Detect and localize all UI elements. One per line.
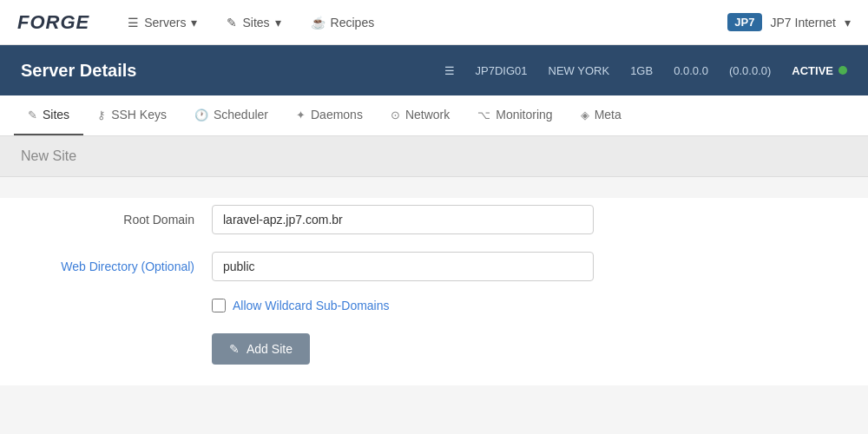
- user-badge: JP7: [727, 13, 761, 31]
- meta-tab-label: Meta: [595, 108, 621, 122]
- web-dir-label: Web Directory (Optional): [21, 260, 212, 273]
- daemons-tab-icon: ✦: [296, 108, 306, 122]
- wildcard-label: Allow Wildcard Sub-Domains: [233, 299, 390, 312]
- server-ip2: (0.0.0.0): [729, 64, 771, 77]
- new-site-form: Root Domain Web Directory (Optional) All…: [0, 198, 868, 385]
- server-header: Server Details ☰ JP7DIG01 NEW YORK 1GB 0…: [0, 45, 868, 95]
- daemons-tab-label: Daemons: [311, 108, 363, 122]
- add-site-icon: ✎: [229, 342, 240, 356]
- recipes-icon: ☕: [311, 16, 326, 30]
- top-nav: FORGE ☰ Servers ▾ ✎ Sites ▾ ☕ Recipes JP…: [0, 0, 868, 45]
- add-site-button[interactable]: ✎ Add Site: [212, 333, 310, 365]
- scheduler-tab-icon: 🕐: [194, 108, 208, 122]
- tab-network[interactable]: ⊙ Network: [377, 95, 464, 135]
- sites-icon: ✎: [227, 16, 237, 30]
- nav-sites[interactable]: ✎ Sites ▾: [214, 9, 293, 36]
- new-site-heading: New Site: [0, 136, 868, 177]
- scheduler-tab-label: Scheduler: [214, 108, 268, 122]
- nav-servers[interactable]: ☰ Servers ▾: [115, 9, 209, 36]
- network-tab-label: Network: [405, 108, 450, 122]
- tab-daemons[interactable]: ✦ Daemons: [282, 95, 377, 135]
- web-dir-label-static: Web Directory: [61, 260, 141, 273]
- web-dir-optional: (Optional): [141, 260, 194, 273]
- nav-right: JP7 JP7 Internet ▾: [727, 13, 851, 31]
- server-meta: ☰ JP7DIG01 NEW YORK 1GB 0.0.0.0 (0.0.0.0…: [444, 64, 847, 77]
- server-ip: 0.0.0.0: [674, 64, 708, 77]
- recipes-label: Recipes: [331, 16, 375, 30]
- server-ram: 1GB: [630, 64, 653, 77]
- nav-recipes[interactable]: ☕ Recipes: [299, 9, 387, 36]
- servers-label: Servers: [144, 16, 186, 30]
- server-status-label: ACTIVE: [792, 64, 833, 77]
- ssh-tab-label: SSH Keys: [111, 108, 167, 122]
- tab-scheduler[interactable]: 🕐 Scheduler: [181, 95, 282, 135]
- web-dir-row: Web Directory (Optional): [21, 252, 847, 281]
- root-domain-label: Root Domain: [21, 213, 212, 227]
- wildcard-checkbox[interactable]: [212, 299, 226, 312]
- app-logo: FORGE: [17, 11, 89, 34]
- tab-meta[interactable]: ◈ Meta: [567, 95, 635, 135]
- tab-bar: ✎ Sites ⚷ SSH Keys 🕐 Scheduler ✦ Daemons…: [0, 95, 868, 136]
- network-tab-icon: ⊙: [391, 108, 400, 122]
- monitoring-tab-icon: ⌥: [477, 108, 490, 122]
- sites-arrow: ▾: [275, 16, 281, 30]
- server-region: NEW YORK: [549, 64, 610, 77]
- web-dir-input[interactable]: [212, 252, 594, 281]
- wildcard-row: Allow Wildcard Sub-Domains: [212, 299, 847, 312]
- server-title: Server Details: [21, 61, 424, 81]
- servers-icon: ☰: [128, 16, 139, 30]
- sites-label: Sites: [242, 16, 269, 30]
- user-arrow: ▾: [845, 16, 851, 30]
- tab-sites[interactable]: ✎ Sites: [14, 95, 83, 135]
- tab-monitoring[interactable]: ⌥ Monitoring: [464, 95, 566, 135]
- root-domain-input[interactable]: [212, 205, 594, 234]
- server-id: JP7DIG01: [476, 64, 528, 77]
- nav-links: ☰ Servers ▾ ✎ Sites ▾ ☕ Recipes: [115, 9, 727, 36]
- sites-tab-icon: ✎: [28, 108, 37, 122]
- sites-tab-label: Sites: [43, 108, 69, 122]
- monitoring-tab-label: Monitoring: [496, 108, 552, 122]
- server-id-icon: ☰: [444, 64, 455, 77]
- tab-ssh-keys[interactable]: ⚷ SSH Keys: [83, 95, 181, 135]
- ssh-tab-icon: ⚷: [97, 108, 106, 122]
- user-label: JP7 Internet: [771, 16, 837, 30]
- wildcard-label-sub: Sub-Domains: [316, 299, 390, 312]
- server-status: ACTIVE: [792, 64, 847, 77]
- main-content: New Site Root Domain Web Directory (Opti…: [0, 136, 868, 385]
- root-domain-row: Root Domain: [21, 205, 847, 234]
- wildcard-label-static: Allow Wildcard: [233, 299, 316, 312]
- servers-arrow: ▾: [191, 16, 197, 30]
- status-dot: [838, 66, 847, 75]
- meta-tab-icon: ◈: [581, 108, 589, 122]
- add-site-label: Add Site: [247, 342, 293, 356]
